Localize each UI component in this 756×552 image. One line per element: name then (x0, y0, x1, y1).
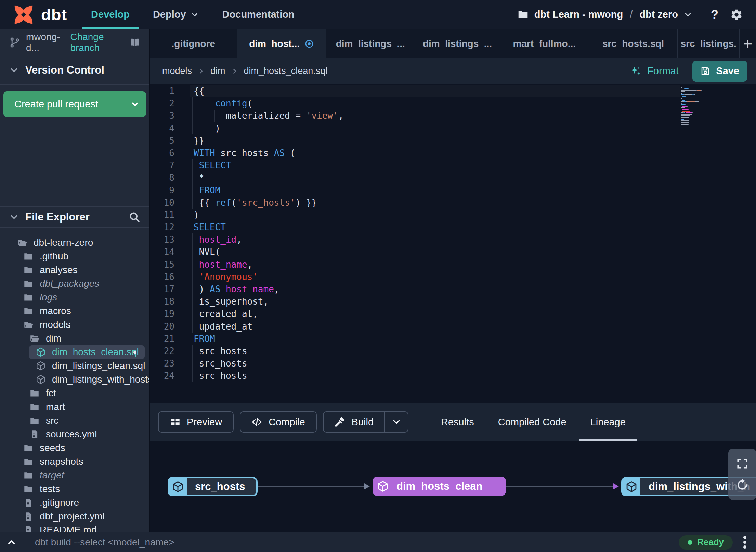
save-button[interactable]: Save (692, 61, 747, 82)
code-line-1[interactable]: 1{{ (150, 85, 756, 97)
editor-tab-dim-listings[interactable]: dim_listings_... (326, 29, 415, 58)
file-tree-item-logs[interactable]: logs (0, 291, 149, 304)
editor-tab-mart-fullmo[interactable]: mart_fullmo... (500, 29, 589, 58)
docs-book-icon[interactable] (129, 36, 141, 49)
status-ready-badge[interactable]: Ready (679, 535, 733, 550)
code-line-14[interactable]: 14 NVL( (150, 246, 756, 258)
code-line-7[interactable]: 7 SELECT (150, 159, 756, 171)
code-line-23[interactable]: 23 src_hosts (150, 357, 756, 370)
search-icon[interactable] (128, 211, 141, 223)
build-dropdown-button[interactable] (384, 412, 408, 432)
file-tree-item-tests[interactable]: tests (0, 482, 149, 496)
version-control-header[interactable]: Version Control (0, 56, 149, 85)
lineage-node-dim-hosts-clean[interactable]: dim_hosts_clean (373, 477, 506, 496)
new-tab-button[interactable]: + (740, 29, 756, 58)
file-tree-item-dbt-learn-zero[interactable]: dbt-learn-zero (0, 236, 149, 249)
editor-scrollbar-track[interactable] (750, 84, 750, 403)
code-line-13[interactable]: 13 host_id, (150, 233, 756, 246)
file-tree-item-snapshots[interactable]: snapshots (0, 455, 149, 468)
file-tree-item-mart[interactable]: mart (0, 400, 149, 414)
code-line-3[interactable]: 3 materialized = 'view', (150, 110, 756, 122)
file-explorer-header[interactable]: File Explorer (0, 206, 149, 228)
file-name: dbt_project.yml (40, 511, 105, 522)
unsaved-dot-icon (304, 39, 314, 49)
nav-item-develop[interactable]: Develop (91, 0, 130, 29)
code-line-15[interactable]: 15 host_name, (150, 258, 756, 271)
change-branch-link[interactable]: Change branch (70, 31, 124, 53)
editor-tab-src-hosts-sql[interactable]: src_hosts.sql (589, 29, 678, 58)
breadcrumb-item-models[interactable]: models (162, 66, 192, 76)
file-tree-item-dbt-packages[interactable]: dbt_packages (0, 277, 149, 291)
project-selector[interactable]: dbt Learn - mwong / dbt zero (517, 9, 692, 21)
file-tree-item-gitignore[interactable]: .gitignore (0, 496, 149, 510)
code-line-20[interactable]: 20 updated_at (150, 320, 756, 333)
file-tree-item-dbt-project-yml[interactable]: dbt_project.yml (0, 510, 149, 523)
code-line-21[interactable]: 21FROM (150, 333, 756, 345)
preview-button[interactable]: Preview (158, 411, 234, 433)
code-line-18[interactable]: 18 is_superhost, (150, 295, 756, 308)
lineage-canvas[interactable]: src_hosts dim_hosts_clean dim_listings_w… (150, 441, 756, 532)
lineage-node-src-hosts[interactable]: src_hosts (168, 477, 258, 496)
editor-minimap[interactable] (681, 87, 703, 125)
code-line-8[interactable]: 8 * (150, 171, 756, 184)
dbt-logo[interactable]: dbt (0, 3, 79, 27)
code-line-16[interactable]: 16 'Anonymous' (150, 271, 756, 283)
create-pull-request-button[interactable]: Create pull request (3, 91, 146, 117)
code-line-22[interactable]: 22 src_hosts (150, 345, 756, 357)
file-tree-item-dim[interactable]: dim (0, 332, 149, 345)
compile-button[interactable]: Compile (240, 411, 316, 433)
breadcrumb-item-dim[interactable]: dim (210, 66, 225, 76)
file-tree-item-analyses[interactable]: analyses (0, 263, 149, 277)
nav-item-documentation[interactable]: Documentation (222, 0, 295, 29)
code-line-11[interactable]: 11) (150, 209, 756, 221)
code-line-9[interactable]: 9 FROM (150, 184, 756, 196)
command-input[interactable]: dbt build --select <model_name> (23, 537, 174, 548)
breadcrumb-item-dim-hosts-clean-sql[interactable]: dim_hosts_clean.sql (244, 66, 328, 76)
editor-tab-dim-listings[interactable]: dim_listings_... (415, 29, 500, 58)
panel-tab-lineage[interactable]: Lineage (590, 403, 626, 441)
code-line-2[interactable]: 2 config( (150, 97, 756, 110)
file-tree-item-github[interactable]: .github (0, 249, 149, 263)
file-tree-item-readme-md[interactable]: README.md (0, 523, 149, 532)
code-line-24[interactable]: 24 src_hosts (150, 370, 756, 382)
editor-tab-gitignore[interactable]: .gitignore (150, 29, 237, 58)
file-tree-item-target[interactable]: target (0, 468, 149, 482)
file-tree-item-models[interactable]: models (0, 318, 149, 332)
build-button[interactable]: Build (323, 411, 409, 433)
panel-tab-results[interactable]: Results (441, 403, 474, 441)
code-line-17[interactable]: 17 ) AS host_name, (150, 283, 756, 295)
file-tree-item-fct[interactable]: fct (0, 386, 149, 400)
code-line-5[interactable]: 5}} (150, 134, 756, 147)
code-line-6[interactable]: 6WITH src_hosts AS ( (150, 147, 756, 159)
compile-button-main[interactable]: Compile (240, 412, 316, 432)
settings-gear-icon[interactable] (730, 8, 743, 21)
fullscreen-icon[interactable] (736, 457, 749, 470)
branch-name: mwong-d... (26, 31, 65, 53)
create-pull-request-label-area[interactable]: Create pull request (3, 91, 124, 117)
file-tree-item-dim-listings-with-hosts[interactable]: dim_listings_with_hosts... (0, 373, 149, 386)
file-tree-item-dim-hosts-clean-sql[interactable]: dim_hosts_clean.sql (0, 345, 149, 359)
code-editor[interactable]: 1{{2 config(3 materialized = 'view',4 )5… (150, 84, 756, 403)
file-tree-item-dim-listings-clean-sql[interactable]: dim_listings_clean.sql (0, 359, 149, 373)
run-buttons: PreviewCompileBuild (158, 411, 415, 433)
preview-button-main[interactable]: Preview (159, 412, 233, 432)
command-bar-toggle[interactable] (0, 537, 23, 548)
code-line-19[interactable]: 19 created_at, (150, 308, 756, 320)
editor-tab-dim-host[interactable]: dim_host... (237, 29, 326, 58)
nav-item-deploy[interactable]: Deploy (153, 0, 199, 29)
format-button[interactable]: Format (630, 65, 679, 77)
code-line-10[interactable]: 10 {{ ref('src_hosts') }} (150, 196, 756, 209)
refresh-icon[interactable] (736, 478, 749, 491)
panel-tab-compiled-code[interactable]: Compiled Code (498, 403, 566, 441)
code-line-12[interactable]: 12SELECT (150, 221, 756, 233)
overflow-menu-icon[interactable] (735, 536, 754, 549)
build-button-main[interactable]: Build (324, 412, 385, 432)
code-line-4[interactable]: 4 ) (150, 122, 756, 134)
help-button[interactable]: ? (711, 8, 718, 22)
file-tree-item-macros[interactable]: macros (0, 304, 149, 318)
file-tree-item-src[interactable]: src (0, 414, 149, 427)
file-tree-item-sources-yml[interactable]: sources.yml (0, 427, 149, 441)
file-tree-item-seeds[interactable]: seeds (0, 441, 149, 455)
pull-request-dropdown-button[interactable] (124, 91, 146, 117)
editor-tab-src-listings[interactable]: src_listings. (678, 29, 740, 58)
